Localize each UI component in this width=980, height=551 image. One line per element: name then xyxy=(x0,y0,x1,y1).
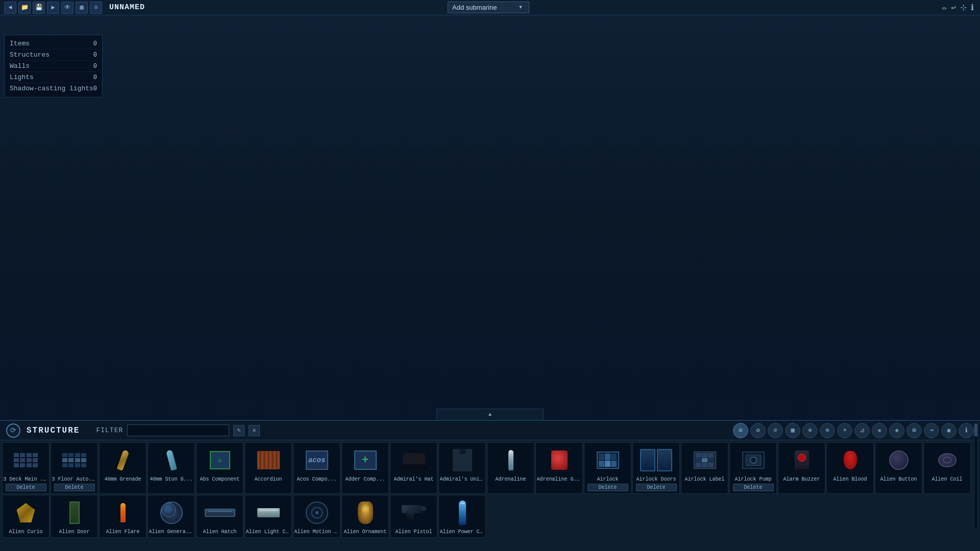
item-40mm-grenade[interactable]: 40mm Grenade xyxy=(99,442,146,494)
item-icon-adrenaline-g xyxy=(542,445,577,475)
item-alien-curio[interactable]: Alien Curio xyxy=(2,495,50,538)
item-name-adrenaline: Adrenaline xyxy=(495,477,526,483)
item-airlock[interactable]: Airlock Delete xyxy=(584,442,631,494)
folder-button[interactable]: 📁 xyxy=(18,2,31,14)
category-terminal[interactable]: ◉ xyxy=(941,423,957,438)
filter-section: FILTER ✎ ✕ xyxy=(96,424,260,436)
undo-icon[interactable]: ↩ xyxy=(951,3,956,13)
stat-walls-value: 0 xyxy=(93,63,97,70)
item-icon-alien-power xyxy=(445,497,480,528)
play-button[interactable]: ▶ xyxy=(47,2,59,14)
stats-panel: Items 0 Structures 0 Walls 0 Lights 0 Sh… xyxy=(4,35,103,97)
item-name-airlock-pump: Airlock Pump xyxy=(734,477,771,483)
item-delete-airlock-doors[interactable]: Delete xyxy=(636,484,677,491)
category-signal[interactable]: ⊿ xyxy=(854,423,870,438)
item-delete-3-deck-main[interactable]: Delete xyxy=(6,484,46,491)
item-alien-light[interactable]: Alien Light C... xyxy=(244,495,292,538)
category-misc[interactable]: ⊞ xyxy=(906,423,922,438)
item-name-alarm-buzzer: Alarm Buzzer xyxy=(783,477,820,483)
item-alarm-buzzer[interactable]: Alarm Buzzer xyxy=(778,442,825,494)
stat-walls: Walls 0 xyxy=(10,61,97,72)
panel-title: STRUCTURE xyxy=(27,426,80,435)
item-icon-alien-door xyxy=(57,497,92,528)
eye-button[interactable]: 👁 xyxy=(61,2,74,14)
category-all[interactable]: ⊞ xyxy=(733,423,748,438)
pencil-icon[interactable]: ✏ xyxy=(942,3,947,13)
category-extra[interactable]: ⊸ xyxy=(924,423,939,438)
bottom-panel: ⟳ STRUCTURE FILTER ✎ ✕ ⊞ ⚙ ⊙ ▦ ⊕ ⊗ ☀ ⊿ ❋… xyxy=(0,420,980,551)
item-3-deck-main[interactable]: 3 Deck Main ... Delete xyxy=(2,442,50,494)
item-alien-ornament[interactable]: Alien Ornament xyxy=(341,495,389,538)
item-alien-flare[interactable]: Alien Flare xyxy=(99,495,146,538)
item-acos-compo[interactable]: acos Acos Compo... xyxy=(293,442,340,494)
item-alien-motion[interactable]: Alien Motion ... xyxy=(293,495,340,538)
item-alien-genera[interactable]: Alien Genera... xyxy=(148,495,195,538)
category-structure[interactable]: ⚙ xyxy=(750,423,766,438)
info-icon[interactable]: ℹ xyxy=(971,3,974,13)
item-alien-button[interactable]: Alien Button xyxy=(875,442,922,494)
filter-clear-button[interactable]: ✕ xyxy=(249,425,260,436)
item-airlock-label[interactable]: Airlock Label xyxy=(681,442,728,494)
item-delete-airlock[interactable]: Delete xyxy=(587,484,628,491)
item-name-adder-comp: Adder Comp... xyxy=(345,477,385,483)
items-grid-container[interactable]: 3 Deck Main ... Delete 3 Floor Auto... D… xyxy=(0,440,980,549)
category-light[interactable]: ☀ xyxy=(837,423,852,438)
item-alien-hatch[interactable]: Alien Hatch xyxy=(196,495,243,538)
filter-input[interactable] xyxy=(127,424,229,436)
item-admirals-hat[interactable]: Admiral's Hat xyxy=(390,442,437,494)
stat-structures: Structures 0 xyxy=(10,49,97,61)
canvas-area[interactable]: Items 0 Structures 0 Walls 0 Lights 0 Sh… xyxy=(0,15,980,420)
item-icon-admirals-hat xyxy=(396,445,432,475)
category-info[interactable]: ℹ xyxy=(959,423,974,438)
item-alien-pistol[interactable]: Alien Pistol xyxy=(390,495,437,538)
item-adrenaline-g[interactable]: Adrenaline G... xyxy=(535,442,583,494)
category-config[interactable]: ◈ xyxy=(889,423,904,438)
item-alien-coil[interactable]: Alien Coil xyxy=(923,442,971,494)
item-name-40mm-stun: 40mm Stun G... xyxy=(150,477,192,483)
item-alien-blood[interactable]: Alien Blood xyxy=(826,442,874,494)
item-delete-airlock-pump[interactable]: Delete xyxy=(733,484,774,491)
items-grid: 3 Deck Main ... Delete 3 Floor Auto... D… xyxy=(2,442,978,538)
item-3-floor-auto[interactable]: 3 Floor Auto... Delete xyxy=(51,442,98,494)
item-40mm-stun[interactable]: 40mm Stun G... xyxy=(148,442,195,494)
item-accordion[interactable]: Accordion xyxy=(244,442,292,494)
stat-shadow-lights-value: 0 xyxy=(93,85,97,92)
stat-structures-value: 0 xyxy=(93,52,97,59)
item-name-alien-button: Alien Button xyxy=(880,477,917,483)
category-item[interactable]: ⊙ xyxy=(768,423,783,438)
item-airlock-doors[interactable]: Airlock Doors Delete xyxy=(632,442,680,494)
item-abs-component[interactable]: ✕ Abs Component xyxy=(196,442,243,494)
item-name-alien-blood: Alien Blood xyxy=(833,477,867,483)
item-name-airlock-doors: Airlock Doors xyxy=(636,477,676,483)
save-button[interactable]: 💾 xyxy=(33,2,45,14)
item-icon-airlock-label xyxy=(687,445,723,475)
item-adder-comp[interactable]: + Adder Comp... xyxy=(341,442,389,494)
item-delete-3-floor-auto[interactable]: Delete xyxy=(54,484,95,491)
category-special[interactable]: ❋ xyxy=(872,423,887,438)
layers-button[interactable]: ≡ xyxy=(90,2,102,14)
item-name-alien-door: Alien Door xyxy=(59,529,89,535)
item-admirals-uni[interactable]: Admiral's Uni... xyxy=(438,442,486,494)
add-submarine-dropdown[interactable]: Add submarine xyxy=(448,2,529,13)
category-logic[interactable]: ⊗ xyxy=(820,423,835,438)
item-airlock-pump[interactable]: Airlock Pump Delete xyxy=(729,442,777,494)
item-icon-acos-compo: acos xyxy=(299,445,335,475)
add-submarine-wrapper: Add submarine ▼ xyxy=(448,2,532,13)
item-alien-power[interactable]: Alien Power C... xyxy=(438,495,486,538)
item-name-alien-hatch: Alien Hatch xyxy=(203,529,236,535)
filter-edit-button[interactable]: ✎ xyxy=(233,425,244,436)
panel-collapse-button[interactable]: ▲ xyxy=(436,409,544,420)
category-panel[interactable]: ▦ xyxy=(785,423,800,438)
item-alien-door[interactable]: Alien Door xyxy=(51,495,98,538)
category-wire[interactable]: ⊕ xyxy=(802,423,818,438)
item-name-abs-component: Abs Component xyxy=(200,477,239,483)
item-icon-admirals-uni xyxy=(445,445,480,475)
item-adrenaline[interactable]: Adrenaline xyxy=(487,442,534,494)
stat-lights-value: 0 xyxy=(93,74,97,81)
back-button[interactable]: ◄ xyxy=(4,2,16,14)
item-name-acos-compo: Acos Compo... xyxy=(297,477,336,483)
cursor-icon[interactable]: ⊹ xyxy=(960,3,967,13)
stat-walls-label: Walls xyxy=(10,62,30,70)
layout-button[interactable]: ▦ xyxy=(76,2,88,14)
scroll-track xyxy=(974,440,978,530)
